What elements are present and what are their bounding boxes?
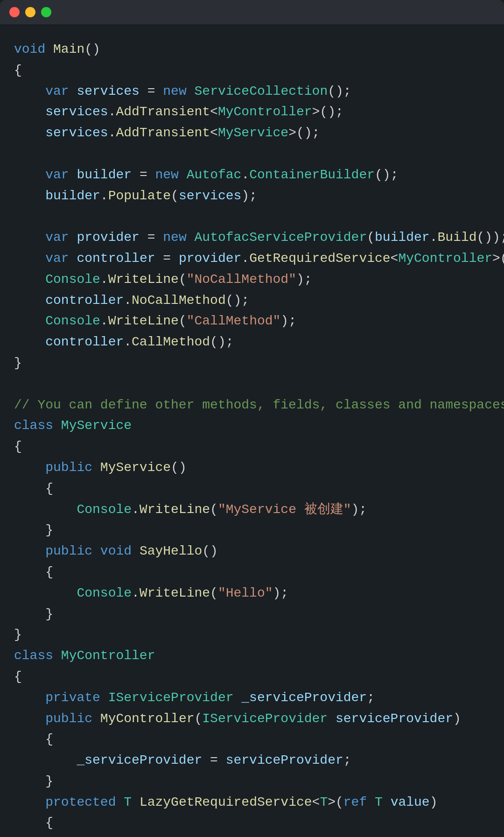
- window: void Main() { var services = new Service…: [0, 0, 504, 837]
- code-block: void Main() { var services = new Service…: [14, 39, 490, 837]
- code-area: void Main() { var services = new Service…: [0, 24, 504, 837]
- close-button[interactable]: [9, 7, 20, 17]
- maximize-button[interactable]: [41, 7, 51, 17]
- titlebar: [0, 0, 504, 24]
- minimize-button[interactable]: [25, 7, 35, 17]
